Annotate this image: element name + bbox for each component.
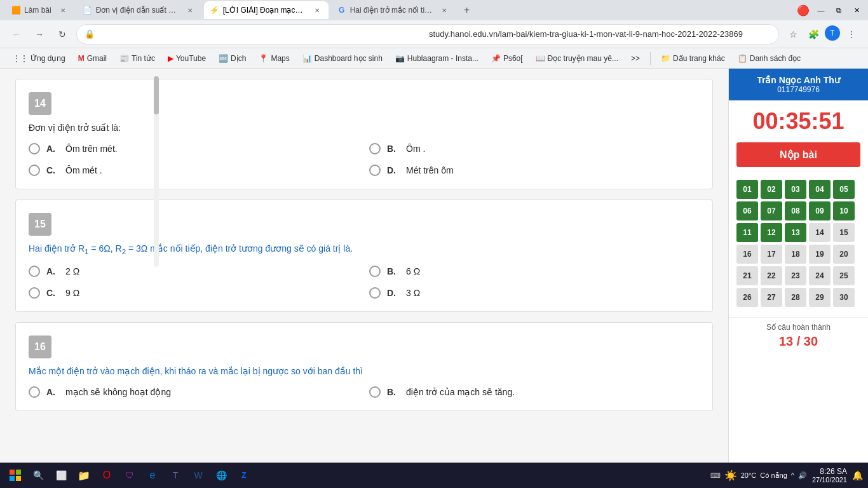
minimize-icon[interactable]: — bbox=[815, 4, 827, 17]
bookmark-danh-sach-doc[interactable]: 📋 Danh sách đọc bbox=[733, 51, 806, 65]
q15-radio-a[interactable] bbox=[29, 266, 40, 277]
opera-button[interactable]: O bbox=[97, 465, 117, 485]
notification-icon[interactable]: 🔔 bbox=[852, 470, 863, 480]
bookmark-dich[interactable]: 🔤 Dịch bbox=[214, 51, 251, 65]
bookmark-dashboard[interactable]: 📊 Dashboard học sinh bbox=[297, 51, 388, 65]
q15-option-c[interactable]: C. 9 Ω bbox=[29, 287, 359, 299]
q-num-08[interactable]: 08 bbox=[785, 201, 806, 220]
q-num-15[interactable]: 15 bbox=[833, 223, 855, 242]
search-button[interactable]: 🔍 bbox=[28, 465, 48, 485]
q-num-02[interactable]: 02 bbox=[761, 180, 782, 199]
scrollbar-thumb[interactable] bbox=[154, 76, 159, 114]
q-num-23[interactable]: 23 bbox=[785, 266, 806, 285]
q-num-03[interactable]: 03 bbox=[785, 180, 806, 199]
q-num-14[interactable]: 14 bbox=[809, 223, 831, 242]
q-num-10[interactable]: 10 bbox=[833, 201, 855, 220]
file-explorer-button[interactable]: 📁 bbox=[74, 465, 94, 485]
q16-radio-a[interactable] bbox=[29, 386, 40, 398]
q-num-27[interactable]: 27 bbox=[761, 288, 782, 307]
tab-don-vi[interactable]: 📄 Đơn vị điện dẫn suất ơ là A. ôm t... ✕ bbox=[77, 1, 201, 19]
tab-close-1[interactable]: ✕ bbox=[58, 5, 68, 15]
tab-close-3[interactable]: ✕ bbox=[312, 5, 322, 15]
bookmark-ung-dung[interactable]: ⋮⋮ Ứng dụng bbox=[8, 51, 71, 65]
q15-option-b[interactable]: B. 6 Ω bbox=[369, 266, 700, 277]
q-num-25[interactable]: 25 bbox=[833, 266, 855, 285]
q-num-30[interactable]: 30 bbox=[833, 288, 855, 307]
q-num-12[interactable]: 12 bbox=[761, 223, 782, 242]
profile-icon[interactable]: T bbox=[825, 25, 840, 41]
q15-radio-d[interactable] bbox=[369, 287, 381, 299]
tab-lam-bai[interactable]: 🟧 Làm bài ✕ bbox=[5, 1, 74, 19]
bookmark-star-icon[interactable]: ☆ bbox=[784, 25, 802, 43]
q14-option-c[interactable]: C. Ôm mét . bbox=[29, 165, 359, 176]
word-button[interactable]: W bbox=[188, 465, 208, 485]
q-num-17[interactable]: 17 bbox=[761, 245, 782, 264]
q16-option-a[interactable]: A. mạch sẽ không hoạt động bbox=[29, 386, 359, 398]
menu-icon[interactable]: ⋮ bbox=[843, 25, 860, 43]
q-num-05[interactable]: 05 bbox=[833, 180, 855, 199]
bookmark-doc-truyen[interactable]: 📖 Đọc truyện mau yê... bbox=[531, 51, 623, 65]
q-num-26[interactable]: 26 bbox=[736, 288, 758, 307]
q15-option-a[interactable]: A. 2 Ω bbox=[29, 266, 359, 277]
extensions-icon[interactable]: 🧩 bbox=[804, 25, 822, 43]
bookmark-hublaagram[interactable]: 📷 Hublaagram - Insta... bbox=[390, 51, 484, 65]
q15-option-d[interactable]: D. 3 Ω bbox=[369, 287, 700, 299]
q14-option-a[interactable]: A. Ôm trên mét. bbox=[29, 143, 359, 154]
restore-button[interactable]: ⧉ bbox=[832, 4, 845, 17]
tab-close-4[interactable]: ✕ bbox=[439, 5, 449, 15]
q15-radio-b[interactable] bbox=[369, 266, 381, 277]
q-num-07[interactable]: 07 bbox=[761, 201, 782, 220]
q-num-16[interactable]: 16 bbox=[736, 245, 758, 264]
minimize-button[interactable]: 🔴 bbox=[797, 4, 810, 17]
task-view-button[interactable]: ⬜ bbox=[51, 465, 71, 485]
q-num-19[interactable]: 19 bbox=[809, 245, 831, 264]
q-num-01[interactable]: 01 bbox=[736, 180, 758, 199]
bookmark-youtube[interactable]: ▶ YouTube bbox=[163, 51, 211, 65]
q-num-22[interactable]: 22 bbox=[761, 266, 782, 285]
q14-option-b[interactable]: B. Ôm . bbox=[369, 143, 700, 154]
q14-radio-d[interactable] bbox=[369, 165, 381, 176]
zalo-button[interactable]: Z bbox=[234, 465, 254, 485]
q-num-06[interactable]: 06 bbox=[736, 201, 758, 220]
q-num-24[interactable]: 24 bbox=[809, 266, 831, 285]
submit-button[interactable]: Nộp bài bbox=[736, 142, 860, 167]
q14-radio-b[interactable] bbox=[369, 143, 381, 154]
q-num-21[interactable]: 21 bbox=[736, 266, 758, 285]
new-tab-button[interactable]: + bbox=[458, 1, 476, 19]
q14-radio-a[interactable] bbox=[29, 143, 40, 154]
url-bar[interactable]: 🔒 study.hanoi.edu.vn/lam-bai/kiem-tra-gi… bbox=[76, 24, 779, 44]
quiz-content[interactable]: 14 Đơn vị điện trở suất là: A. Ôm trên m… bbox=[0, 69, 728, 463]
reload-button[interactable]: ↻ bbox=[53, 25, 71, 43]
forward-button[interactable]: → bbox=[31, 25, 48, 43]
close-button[interactable]: ✕ bbox=[850, 4, 863, 17]
q-num-20[interactable]: 20 bbox=[833, 245, 855, 264]
q-num-29[interactable]: 29 bbox=[809, 288, 831, 307]
vpn-button[interactable]: 🛡 bbox=[119, 465, 140, 485]
tab-hai-dien-tro[interactable]: G Hai điện trở mắc nối tiếp, điện tr... … bbox=[331, 1, 456, 19]
q-num-13[interactable]: 13 bbox=[785, 223, 806, 242]
q14-option-d[interactable]: D. Mét trên ôm bbox=[369, 165, 700, 176]
bookmark-maps[interactable]: 📍 Maps bbox=[254, 51, 294, 65]
scrollbar-track[interactable] bbox=[154, 76, 159, 267]
chrome-button[interactable]: 🌐 bbox=[211, 465, 231, 485]
q15-radio-c[interactable] bbox=[29, 287, 40, 299]
q16-option-b[interactable]: B. điện trở của mạch sẽ tăng. bbox=[369, 386, 700, 398]
back-button[interactable]: ← bbox=[8, 25, 25, 43]
bookmark-ps6o[interactable]: 📌 Ps6o[ bbox=[486, 51, 528, 65]
start-button[interactable] bbox=[5, 465, 25, 485]
tab-loi-giai[interactable]: ⚡ [LỜI GIẢI] Đoạn mạch gồm 2 điê... ✕ bbox=[204, 1, 329, 19]
q-num-09[interactable]: 09 bbox=[809, 201, 831, 220]
clock[interactable]: 8:26 SA 27/10/2021 bbox=[812, 467, 847, 484]
edge-button[interactable]: e bbox=[142, 465, 163, 485]
q-num-28[interactable]: 28 bbox=[785, 288, 806, 307]
q14-radio-c[interactable] bbox=[29, 165, 40, 176]
bookmark-gmail[interactable]: M Gmail bbox=[73, 51, 112, 65]
bookmark-tin-tuc[interactable]: 📰 Tin tức bbox=[114, 51, 160, 65]
q-num-18[interactable]: 18 bbox=[785, 245, 806, 264]
q-num-11[interactable]: 11 bbox=[736, 223, 758, 242]
tab-close-2[interactable]: ✕ bbox=[185, 5, 195, 15]
bookmark-more[interactable]: >> bbox=[626, 51, 645, 65]
bookmark-dau-trang-khac[interactable]: 📁 Dấu trang khác bbox=[656, 51, 730, 65]
q16-radio-b[interactable] bbox=[369, 386, 381, 398]
q-num-04[interactable]: 04 bbox=[809, 180, 831, 199]
